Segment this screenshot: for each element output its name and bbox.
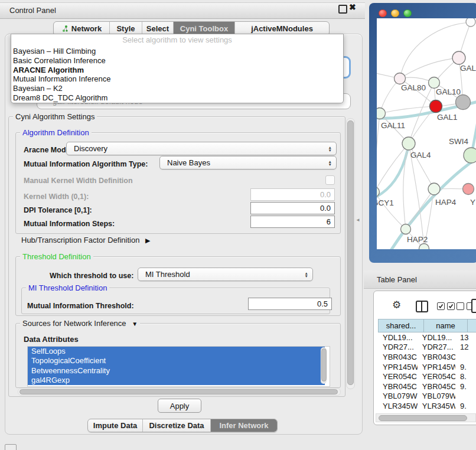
algorithm-option-mutual-information-inference[interactable]: Mutual Information Inference — [13, 74, 341, 84]
node-hap2[interactable] — [401, 224, 411, 234]
mac-minimize-icon[interactable] — [391, 9, 399, 18]
node-gal11[interactable] — [377, 108, 386, 119]
node-gal1[interactable] — [430, 100, 442, 113]
algorithm-option-basic-correlation-inference[interactable]: Basic Correlation Inference — [13, 56, 341, 66]
column-header-name[interactable]: name — [423, 319, 468, 332]
collapse-down-icon[interactable]: ▼ — [132, 321, 138, 327]
network-edge — [377, 113, 380, 192]
network-edge — [377, 192, 406, 229]
minimized-panel-button[interactable] — [5, 444, 17, 450]
dpi-tolerance-field[interactable]: 0.0 — [250, 202, 335, 214]
table-row[interactable]: YPR145WYPR145W9. — [378, 362, 476, 372]
algorithm-dropdown[interactable]: Select algorithm to view settings Bayesi… — [11, 34, 344, 103]
table-body: YDL19...YDL19...13YDR27...YDR27...12YBR0… — [378, 332, 476, 413]
table-row[interactable]: YDL19...YDL19...13 — [378, 332, 476, 343]
close-panel-icon[interactable]: ✖ — [349, 2, 356, 12]
table-row[interactable]: YBL079WYBL079W — [378, 392, 476, 402]
float-panel-icon[interactable] — [338, 5, 347, 14]
column-header-shared[interactable]: shared... — [378, 319, 424, 332]
algorithm-dropdown-list: Bayesian – Hill ClimbingBasic Correlatio… — [13, 47, 341, 103]
kernel-width-field[interactable]: 0.0 — [250, 188, 335, 201]
node-label-gal4: GAL4 — [410, 151, 431, 159]
table-row[interactable]: YDR27...YDR27...12 — [378, 343, 476, 353]
table-cell: YBL079W — [378, 392, 418, 400]
node-gal4[interactable] — [402, 137, 415, 150]
table-hscrollbar-thumb[interactable] — [379, 415, 467, 421]
node-gal10[interactable] — [429, 77, 440, 89]
mi-steps-label: Mutual Information Steps: — [24, 220, 115, 228]
settings-horizontal-scrollbar[interactable] — [18, 388, 341, 396]
mac-close-icon[interactable] — [379, 9, 387, 18]
node[interactable] — [456, 95, 471, 110]
table-header-row: shared...nameA — [378, 319, 476, 332]
mi-type-combo[interactable]: Naive Bayes ▲▼ — [159, 156, 337, 169]
cyni-algorithm-settings-title: Cyni Algorithm Settings — [13, 112, 97, 121]
table-cell: YBR045C — [418, 382, 455, 391]
table-cell: YLR345W — [418, 402, 455, 410]
mac-zoom-icon[interactable] — [403, 9, 412, 18]
node-gal[interactable] — [452, 51, 465, 64]
table-row[interactable]: YLR345WYLR345W9. — [378, 401, 476, 411]
apply-button[interactable]: Apply — [158, 399, 201, 413]
tab-label: Cyni Toolbox — [180, 24, 228, 33]
attribute-item-selfloops[interactable]: SelfLoops — [28, 347, 325, 356]
network-edge — [380, 79, 400, 113]
node[interactable] — [419, 244, 429, 250]
column-visibility-icon[interactable] — [416, 301, 428, 312]
attributes-scrollbar-thumb[interactable] — [321, 348, 327, 381]
table-row[interactable]: YBR045CYBR045C9. — [378, 381, 476, 392]
expand-right-icon[interactable]: ▶ — [145, 237, 150, 244]
tab-infer-network[interactable]: Infer Network — [211, 419, 277, 432]
table-cell: YDR27... — [378, 343, 418, 351]
table-cell: 9. — [455, 382, 476, 391]
select-all-rows-icon[interactable] — [437, 302, 455, 310]
algorithm-option-bayesian-k2[interactable]: Bayesian – K2 — [13, 84, 341, 93]
aracne-mode-value: Discovery — [74, 144, 107, 153]
attributes-list-scrollbar[interactable] — [321, 347, 327, 384]
node[interactable] — [466, 18, 475, 27]
tab-label: Network — [71, 24, 102, 33]
table-row[interactable]: YBR043CYBR043C — [378, 352, 476, 362]
which-threshold-combo[interactable]: MI Threshold ▲▼ — [138, 268, 313, 281]
panel-splitter-arrow[interactable]: ◄ — [356, 217, 360, 223]
export-table-icon[interactable] — [471, 299, 476, 313]
data-attributes-list[interactable]: SelfLoopsTopologicalCoefficientBetweenne… — [27, 346, 330, 387]
settings-scrollbar-thumb[interactable] — [347, 120, 354, 385]
attribute-item-topologicalcoefficient[interactable]: TopologicalCoefficient — [28, 356, 325, 366]
attribute-item-gal4rgexp[interactable]: gal4RGexp — [28, 376, 325, 385]
network-icon — [61, 25, 69, 32]
table-row[interactable]: YER054CYER054C8. — [378, 371, 476, 381]
tab-label: Select — [146, 24, 169, 33]
table-cell: 9. — [455, 402, 476, 410]
node-swi4[interactable] — [464, 148, 476, 163]
kernel-width-label: Kernel Width (0,1): — [24, 193, 89, 201]
sources-group-title[interactable]: Sources for Network Inference ▼ — [20, 319, 140, 328]
node-gal80[interactable] — [395, 73, 406, 84]
network-graph: GALGAL80GAL10GAL1GAL11GAL4SWI4HAP4YGCY1H… — [377, 18, 476, 249]
network-canvas[interactable]: GALGAL80GAL10GAL1GAL11GAL4SWI4HAP4YGCY1H… — [377, 18, 476, 249]
mi-threshold-label: Mutual Information Threshold: — [27, 302, 134, 310]
algorithm-dropdown-placeholder: Select algorithm to view settings — [11, 35, 343, 44]
table-horizontal-scrollbar[interactable] — [376, 413, 476, 422]
column-header-a[interactable]: A — [467, 319, 476, 332]
algorithm-option-aracne-algorithm[interactable]: ARACNE Algorithm — [13, 66, 341, 75]
mi-type-value: Naive Bayes — [167, 158, 210, 167]
node-hap4[interactable] — [428, 183, 440, 195]
tab-impute-data[interactable]: Impute Data — [88, 419, 143, 432]
network-edge — [406, 189, 434, 229]
table-panel-title: Table Panel — [377, 275, 417, 284]
gear-icon[interactable]: ⚙ — [392, 299, 401, 311]
mi-threshold-field[interactable]: 0.5 — [248, 298, 332, 310]
attribute-item-betweennesscentrality[interactable]: BetweennessCentrality — [28, 366, 325, 376]
aracne-mode-combo[interactable]: Discovery ▲▼ — [66, 142, 337, 155]
algorithm-option-dream8-dc-tdc-algorithm[interactable]: Dream8 DC_TDC Algorithm — [13, 93, 341, 103]
hub-definition-toggle[interactable]: Hub/Transcription Factor Definition ▶ — [21, 236, 150, 244]
mi-steps-field[interactable]: 6 — [250, 216, 335, 228]
manual-kernel-checkbox[interactable] — [325, 175, 335, 185]
node-y[interactable] — [463, 184, 474, 195]
hscrollbar-thumb[interactable] — [19, 389, 338, 394]
settings-vertical-scrollbar[interactable] — [346, 118, 355, 389]
tab-discretize-data[interactable]: Discretize Data — [143, 419, 211, 432]
algorithm-option-bayesian-hill-climbing[interactable]: Bayesian – Hill Climbing — [13, 47, 341, 56]
table-cell: YER054C — [378, 372, 418, 381]
